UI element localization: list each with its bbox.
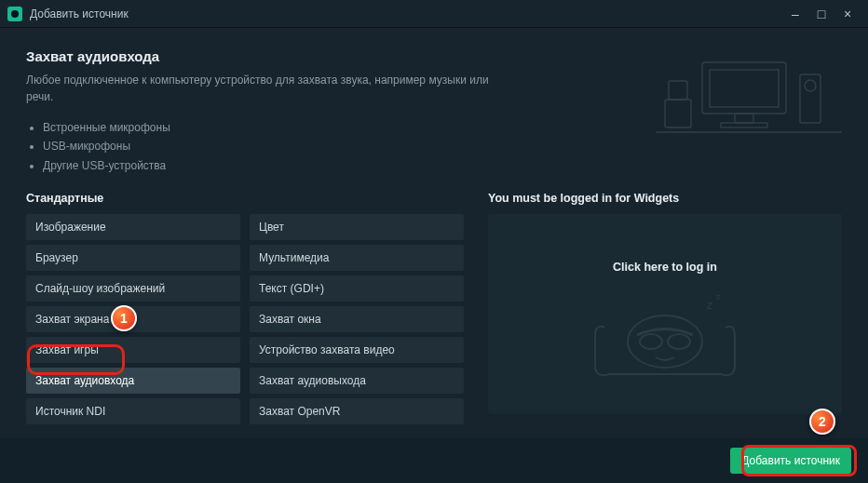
source-item[interactable]: Текст (GDI+): [250, 275, 464, 302]
source-item[interactable]: Захват OpenVR: [250, 398, 464, 424]
source-item[interactable]: Источник NDI: [26, 398, 240, 424]
source-item[interactable]: Захват аудиовыхода: [250, 368, 464, 394]
source-item[interactable]: Цвет: [250, 214, 464, 240]
standard-sources-column: Стандартные ИзображениеЦветБраузерМульти…: [26, 192, 464, 424]
annotation-marker-1: 1: [111, 305, 137, 331]
bullet-item: Встроенные микрофоны: [43, 118, 628, 137]
source-item[interactable]: Захват окна: [250, 306, 464, 332]
source-item[interactable]: Слайд-шоу изображений: [26, 275, 240, 302]
widgets-panel: Click here to log in z z: [488, 214, 842, 414]
source-item[interactable]: Захват игры: [26, 337, 240, 363]
svg-point-11: [640, 334, 662, 349]
sleep-illustration: z z: [586, 290, 744, 396]
svg-rect-4: [721, 123, 767, 127]
svg-point-12: [668, 334, 690, 349]
content-area: Захват аудиовхода Любое подключенное к к…: [0, 28, 868, 424]
sources-grid: ИзображениеЦветБраузерМультимедиаСлайд-ш…: [26, 214, 464, 424]
titlebar: Добавить источник – □ ×: [0, 0, 868, 28]
svg-rect-8: [669, 81, 687, 100]
source-item[interactable]: Захват аудиовхода: [26, 368, 240, 394]
login-link[interactable]: Click here to log in: [613, 261, 717, 274]
page-description: Любое подключенное к компьютеру устройст…: [26, 72, 510, 105]
page-title: Захват аудиовхода: [26, 48, 628, 64]
svg-point-0: [11, 10, 19, 18]
minimize-button[interactable]: –: [782, 3, 808, 25]
dialog-footer: Добавить источник: [0, 438, 868, 483]
window-title: Добавить источник: [30, 7, 782, 20]
bullet-item: Другие USB-устройства: [43, 156, 628, 175]
svg-rect-5: [800, 74, 821, 123]
svg-text:z: z: [716, 292, 721, 302]
bullet-item: USB-микрофоны: [43, 137, 628, 155]
maximize-button[interactable]: □: [808, 3, 834, 25]
source-item[interactable]: Устройство захвата видео: [250, 337, 464, 363]
section-title-standard: Стандартные: [26, 192, 464, 205]
section-title-widgets: You must be logged in for Widgets: [488, 192, 842, 205]
source-item[interactable]: Изображение: [26, 214, 240, 240]
header-illustration: [656, 48, 842, 146]
svg-rect-2: [710, 70, 779, 107]
source-item[interactable]: Браузер: [26, 245, 240, 271]
annotation-marker-2: 2: [809, 409, 835, 435]
close-button[interactable]: ×: [834, 3, 861, 25]
feature-list: Встроенные микрофоны USB-микрофоны Други…: [26, 118, 628, 175]
svg-rect-7: [665, 100, 691, 127]
svg-rect-3: [735, 114, 753, 123]
widgets-column: You must be logged in for Widgets Click …: [488, 192, 842, 424]
source-item[interactable]: Мультимедиа: [250, 245, 464, 271]
add-source-button[interactable]: Добавить источник: [730, 448, 851, 474]
dialog-window: Добавить источник – □ × Захват аудиовход…: [0, 0, 868, 483]
svg-point-6: [805, 80, 816, 91]
window-controls: – □ ×: [782, 3, 861, 25]
svg-text:z: z: [707, 299, 712, 312]
app-icon: [7, 7, 22, 21]
